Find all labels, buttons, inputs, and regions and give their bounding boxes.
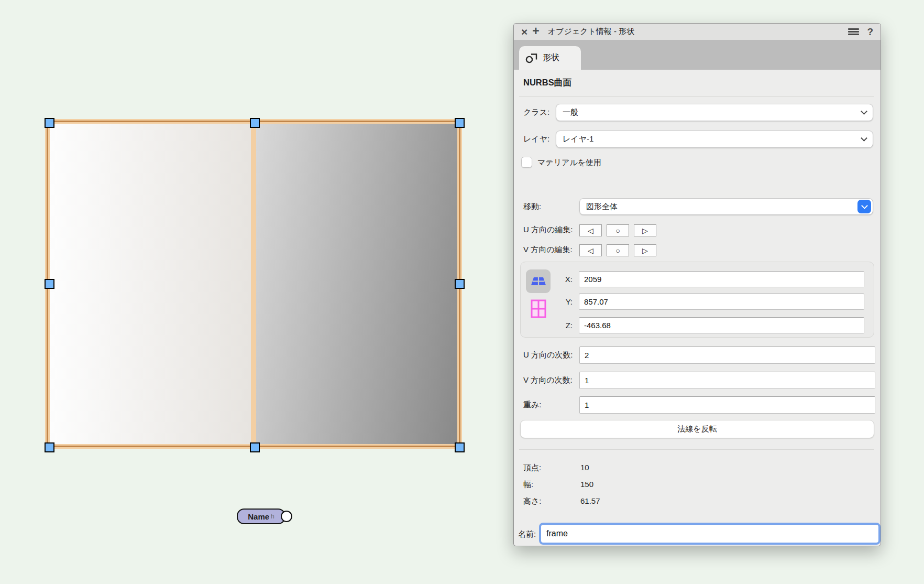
y-input[interactable] xyxy=(579,294,864,310)
v-edit-prev-button[interactable]: ◁ xyxy=(579,244,602,256)
selection-handle-bottom-middle[interactable] xyxy=(250,442,260,452)
selection-handle-top-left[interactable] xyxy=(45,118,54,128)
chevron-down-icon xyxy=(861,202,868,209)
divider xyxy=(519,449,874,450)
chevron-down-icon xyxy=(861,108,867,115)
surface-panel-left xyxy=(50,124,251,444)
name-node-label: Name xyxy=(248,512,269,521)
selection-handle-top-middle[interactable] xyxy=(250,118,260,128)
x-input[interactable] xyxy=(579,271,864,287)
popup-button[interactable] xyxy=(857,200,871,213)
class-select-value: 一般 xyxy=(563,107,578,117)
z-input[interactable] xyxy=(579,317,864,333)
move-select-value: 図形全体 xyxy=(586,202,618,212)
weight-label: 重み: xyxy=(523,400,542,410)
vertices-value: 10 xyxy=(580,463,589,472)
flip-normals-button[interactable]: 法線を反転 xyxy=(520,420,874,438)
chevron-down-icon xyxy=(861,135,867,142)
palette-body: NURBS曲面 クラス: 一般 レイヤ: レイヤ-1 マテリアルを使用 移動: … xyxy=(514,24,881,546)
selection-handle-mid-left[interactable] xyxy=(45,279,54,289)
v-edit-next-button[interactable]: ▷ xyxy=(634,244,656,256)
u-edit-prev-button[interactable]: ◁ xyxy=(579,224,602,236)
nurbs-surface[interactable] xyxy=(45,119,462,449)
class-label: クラス: xyxy=(523,107,549,117)
selection-handle-mid-right[interactable] xyxy=(455,279,465,289)
selection-handle-bottom-left[interactable] xyxy=(45,442,54,452)
height-value: 61.57 xyxy=(580,496,600,505)
surface-seam xyxy=(251,124,256,444)
use-material-checkbox[interactable] xyxy=(521,157,532,168)
class-select[interactable]: 一般 xyxy=(556,104,873,121)
use-material-label: マテリアルを使用 xyxy=(537,158,601,168)
u-edit-next-button[interactable]: ▷ xyxy=(634,224,656,236)
name-input[interactable] xyxy=(541,525,878,543)
name-node[interactable]: Name h xyxy=(237,509,285,524)
selection-handle-bottom-right[interactable] xyxy=(455,442,465,452)
layer-select-value: レイヤ-1 xyxy=(563,134,593,144)
u-degree-label: U 方向の次数: xyxy=(523,350,573,360)
object-info-palette: × + オブジェクト情報 - 形状 ? 形状 NURBS曲面 クラス: 一般 レ… xyxy=(513,23,881,546)
x-label: X: xyxy=(521,275,573,284)
name-field-focus-ring xyxy=(539,523,881,545)
u-edit-label: U 方向の編集: xyxy=(523,225,573,235)
y-label: Y: xyxy=(521,297,573,306)
name-label: 名前: xyxy=(518,529,536,539)
u-edit-mid-button[interactable]: ○ xyxy=(607,224,629,236)
name-node-output-port[interactable] xyxy=(281,511,292,522)
move-select[interactable]: 図形全体 xyxy=(579,198,873,215)
vertices-label: 頂点: xyxy=(523,463,541,473)
v-degree-input[interactable] xyxy=(579,372,875,389)
height-label: 高さ: xyxy=(523,496,542,506)
move-label: 移動: xyxy=(523,202,541,212)
layer-select[interactable]: レイヤ-1 xyxy=(556,131,873,148)
divider xyxy=(519,96,874,97)
z-label: Z: xyxy=(521,321,573,330)
surface-panel-right xyxy=(256,124,457,444)
width-label: 幅: xyxy=(523,480,533,490)
v-edit-label: V 方向の編集: xyxy=(523,245,573,255)
coordinates-group: X: Y: Z: xyxy=(520,262,874,338)
width-value: 150 xyxy=(580,480,593,489)
u-degree-input[interactable] xyxy=(579,347,875,364)
object-type-heading: NURBS曲面 xyxy=(523,77,571,89)
v-edit-mid-button[interactable]: ○ xyxy=(607,244,629,256)
selection-handle-top-right[interactable] xyxy=(455,118,465,128)
name-node-suffix: h xyxy=(271,513,274,520)
weight-input[interactable] xyxy=(579,396,875,414)
layer-label: レイヤ: xyxy=(523,134,549,144)
v-degree-label: V 方向の次数: xyxy=(523,375,573,385)
